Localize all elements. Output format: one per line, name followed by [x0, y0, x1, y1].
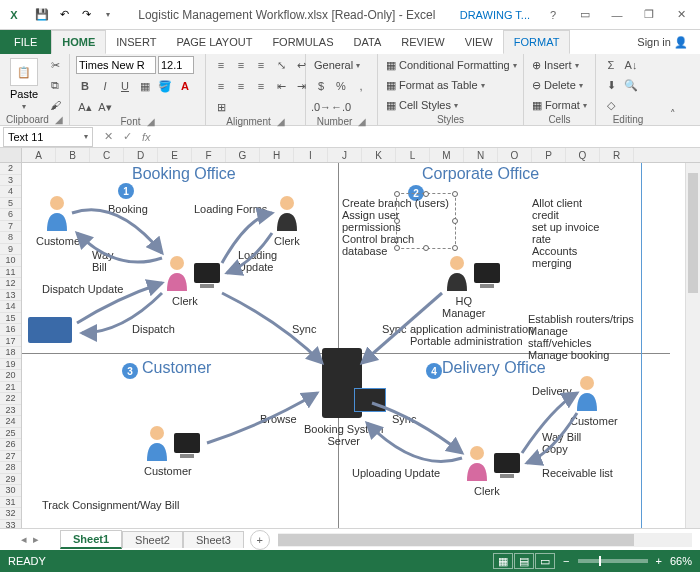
row-header[interactable]: 12 [0, 278, 21, 290]
increase-decimal-icon[interactable]: .0→ [312, 98, 330, 116]
sheet-tab-2[interactable]: Sheet2 [122, 531, 183, 548]
tab-formulas[interactable]: FORMULAS [262, 30, 343, 54]
undo-icon[interactable]: ↶ [56, 7, 72, 23]
view-normal-icon[interactable]: ▦ [493, 553, 513, 569]
collapse-ribbon-icon[interactable]: ˄ [660, 54, 686, 125]
column-headers[interactable]: ABCDEFGHIJKLMNOPQR [22, 148, 700, 163]
font-color-icon[interactable]: A [176, 77, 194, 95]
row-header[interactable]: 31 [0, 497, 21, 509]
row-header[interactable]: 13 [0, 290, 21, 302]
row-header[interactable]: 5 [0, 198, 21, 210]
row-header[interactable]: 28 [0, 462, 21, 474]
col-header[interactable]: G [226, 148, 260, 162]
ribbon-options-icon[interactable]: ▭ [570, 2, 600, 28]
row-header[interactable]: 14 [0, 301, 21, 313]
sheet-tab-3[interactable]: Sheet3 [183, 531, 244, 548]
underline-icon[interactable]: U [116, 77, 134, 95]
orientation-icon[interactable]: ⤡ [272, 56, 290, 74]
grow-font-icon[interactable]: A▴ [76, 98, 94, 116]
row-header[interactable]: 7 [0, 221, 21, 233]
col-header[interactable]: P [532, 148, 566, 162]
col-header[interactable]: E [158, 148, 192, 162]
align-left-icon[interactable]: ≡ [212, 77, 230, 95]
currency-icon[interactable]: $ [312, 77, 330, 95]
fx-icon[interactable]: fx [142, 131, 151, 143]
number-launcher[interactable]: ◢ [358, 116, 366, 127]
row-header[interactable]: 17 [0, 336, 21, 348]
tab-data[interactable]: DATA [344, 30, 392, 54]
alignment-launcher[interactable]: ◢ [277, 116, 285, 127]
comma-icon[interactable]: , [352, 77, 370, 95]
horizontal-scrollbar[interactable] [278, 533, 692, 547]
redo-icon[interactable]: ↷ [78, 7, 94, 23]
view-page-break-icon[interactable]: ▭ [535, 553, 555, 569]
row-header[interactable]: 23 [0, 405, 21, 417]
format-as-table-button[interactable]: ▦ Format as Table ▾ [384, 76, 487, 94]
tab-home[interactable]: HOME [51, 30, 106, 54]
row-header[interactable]: 26 [0, 439, 21, 451]
tab-review[interactable]: REVIEW [391, 30, 454, 54]
delete-cells-button[interactable]: ⊖ Delete ▾ [530, 76, 585, 94]
cell-styles-button[interactable]: ▦ Cell Styles ▾ [384, 96, 460, 114]
format-painter-icon[interactable]: 🖌 [46, 96, 64, 114]
font-launcher[interactable]: ◢ [147, 116, 155, 127]
row-header[interactable]: 29 [0, 474, 21, 486]
row-header[interactable]: 4 [0, 186, 21, 198]
row-header[interactable]: 16 [0, 324, 21, 336]
bold-icon[interactable]: B [76, 77, 94, 95]
row-header[interactable]: 25 [0, 428, 21, 440]
row-header[interactable]: 15 [0, 313, 21, 325]
col-header[interactable]: M [430, 148, 464, 162]
col-header[interactable]: L [396, 148, 430, 162]
conditional-formatting-button[interactable]: ▦ Conditional Formatting ▾ [384, 56, 519, 74]
row-header[interactable]: 30 [0, 485, 21, 497]
tab-view[interactable]: VIEW [455, 30, 503, 54]
italic-icon[interactable]: I [96, 77, 114, 95]
row-header[interactable]: 3 [0, 175, 21, 187]
row-header[interactable]: 11 [0, 267, 21, 279]
col-header[interactable]: I [294, 148, 328, 162]
shrink-font-icon[interactable]: A▾ [96, 98, 114, 116]
tab-file[interactable]: FILE [0, 30, 51, 54]
enter-formula-icon[interactable]: ✓ [123, 130, 132, 143]
restore-icon[interactable]: ❐ [634, 2, 664, 28]
font-name-input[interactable] [76, 56, 156, 74]
fill-color-icon[interactable]: 🪣 [156, 77, 174, 95]
fill-icon[interactable]: ⬇ [602, 76, 620, 94]
sort-icon[interactable]: A↓ [622, 56, 640, 74]
clipboard-launcher[interactable]: ◢ [55, 114, 63, 125]
row-header[interactable]: 32 [0, 508, 21, 520]
decrease-indent-icon[interactable]: ⇤ [272, 77, 290, 95]
select-all-corner[interactable] [0, 148, 21, 163]
cancel-formula-icon[interactable]: ✕ [104, 130, 113, 143]
row-header[interactable]: 10 [0, 255, 21, 267]
border-icon[interactable]: ▦ [136, 77, 154, 95]
add-sheet-button[interactable]: + [250, 530, 270, 550]
align-top-icon[interactable]: ≡ [212, 56, 230, 74]
row-header[interactable]: 9 [0, 244, 21, 256]
paste-button[interactable]: 📋 Paste▾ [6, 56, 42, 113]
row-header[interactable]: 2 [0, 163, 21, 175]
row-header[interactable]: 18 [0, 347, 21, 359]
tab-insert[interactable]: INSERT [106, 30, 166, 54]
name-box[interactable]: Text 11▾ [3, 127, 93, 147]
zoom-level[interactable]: 66% [670, 555, 692, 567]
col-header[interactable]: K [362, 148, 396, 162]
copy-icon[interactable]: ⧉ [46, 76, 64, 94]
row-header[interactable]: 27 [0, 451, 21, 463]
col-header[interactable]: J [328, 148, 362, 162]
percent-icon[interactable]: % [332, 77, 350, 95]
workflow-diagram[interactable]: Booking Office Corporate Office Customer… [22, 163, 700, 528]
tab-format[interactable]: FORMAT [503, 30, 571, 54]
sheet-nav[interactable]: ◂▸ [0, 533, 60, 546]
help-icon[interactable]: ? [538, 2, 568, 28]
row-header[interactable]: 6 [0, 209, 21, 221]
zoom-in-button[interactable]: + [656, 555, 662, 567]
autosum-icon[interactable]: Σ [602, 56, 620, 74]
align-bottom-icon[interactable]: ≡ [252, 56, 270, 74]
format-cells-button[interactable]: ▦ Format ▾ [530, 96, 589, 114]
col-header[interactable]: C [90, 148, 124, 162]
col-header[interactable]: H [260, 148, 294, 162]
col-header[interactable]: N [464, 148, 498, 162]
insert-cells-button[interactable]: ⊕ Insert ▾ [530, 56, 581, 74]
